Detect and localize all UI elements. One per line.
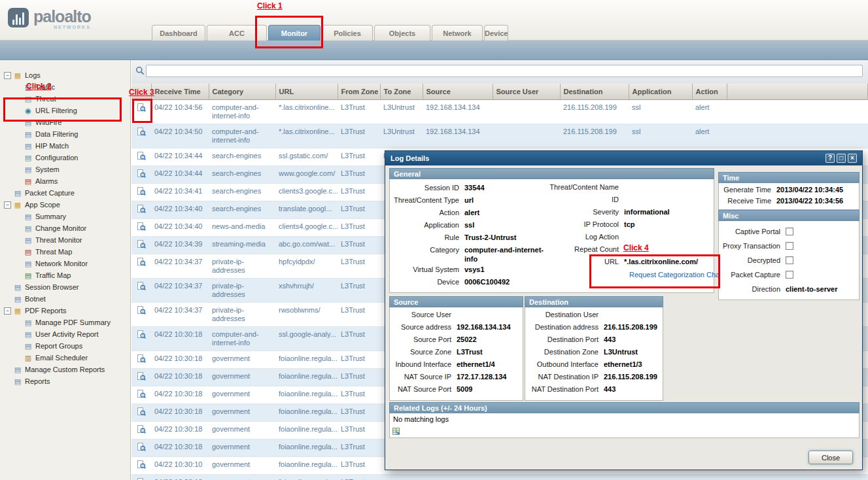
log-detail-icon[interactable] [137,330,146,341]
log-detail-cell[interactable] [131,148,151,165]
sidebar-item-traffic-map[interactable]: Traffic Map [0,269,130,281]
sidebar-item-botnet[interactable]: Botnet [0,293,130,305]
checkbox-unchecked[interactable] [786,228,793,235]
column-header[interactable]: Category [209,84,275,99]
field-value: 2013/04/22 10:34:45 [776,186,843,194]
column-header[interactable]: Action [692,84,727,99]
sidebar-item-manage-custom-reports[interactable]: Manage Custom Reports [0,364,130,375]
log-detail-cell[interactable] [131,456,151,474]
sidebar-item-logs[interactable]: Logs [0,69,130,81]
tree-expander-icon[interactable] [4,72,11,79]
log-detail-cell[interactable] [131,124,151,148]
log-detail-cell[interactable] [131,326,151,351]
tab-policies[interactable]: Policies [322,25,373,41]
log-detail-cell[interactable] [131,183,151,201]
sidebar-item-user-activity-report[interactable]: User Activity Report [0,328,130,340]
tab-dashboard[interactable]: Dashboard [152,25,205,41]
log-detail-cell[interactable] [131,278,151,302]
column-header[interactable]: Source [423,84,493,99]
column-header[interactable]: Source User [493,84,560,99]
log-detail-icon[interactable] [137,460,146,471]
log-detail-cell[interactable] [131,386,151,403]
sidebar-item-summary[interactable]: Summary [0,211,130,222]
log-detail-cell[interactable] [131,368,151,386]
log-row[interactable]: 04/22 10:30:10 government foiaonline.reg… [131,474,868,480]
log-row[interactable]: 04/22 10:34:56 computer-and-internet-inf… [131,99,868,124]
column-header[interactable]: Receive Time [151,84,209,99]
field-label: Rule [391,233,464,241]
tree-expander-icon[interactable] [4,201,11,209]
log-detail-icon[interactable] [137,240,146,250]
sidebar-item-network-monitor[interactable]: Network Monitor [0,258,130,269]
log-detail-icon[interactable] [137,205,146,215]
tab-device[interactable]: Device [484,25,508,41]
log-detail-icon[interactable] [137,306,146,317]
tree-expander-icon[interactable] [4,307,11,315]
log-detail-icon[interactable] [137,128,146,138]
sidebar-item-data-filtering[interactable]: Data Filtering [0,128,130,140]
sidebar-item-alarms[interactable]: Alarms [0,175,130,187]
sidebar-item-session-browser[interactable]: Session Browser [0,281,130,293]
log-detail-cell[interactable] [131,421,151,439]
log-detail-cell[interactable] [131,254,151,278]
log-detail-icon[interactable] [137,169,146,180]
column-header[interactable]: URL [275,84,338,99]
log-detail-cell[interactable] [131,218,151,236]
close-button[interactable]: Close [808,451,853,464]
sidebar-item-threat-monitor[interactable]: Threat Monitor [0,234,130,246]
maximize-icon[interactable] [837,154,846,163]
log-detail-icon[interactable] [137,390,146,400]
log-detail-cell[interactable] [131,165,151,183]
log-detail-icon[interactable] [137,372,146,383]
log-detail-icon[interactable] [137,152,146,162]
export-logs-icon[interactable] [392,428,400,436]
column-header[interactable]: To Zone [380,84,423,99]
sidebar-item-report-groups[interactable]: Report Groups [0,340,130,352]
log-detail-icon[interactable] [137,443,146,453]
log-detail-icon[interactable] [137,282,146,292]
log-detail-cell[interactable] [131,474,151,480]
sidebar-item-system[interactable]: System [0,163,130,175]
log-detail-icon[interactable] [137,258,146,268]
log-detail-icon[interactable] [137,407,146,418]
tab-objects[interactable]: Objects [374,25,430,41]
filter-bar [131,60,868,84]
log-detail-icon[interactable] [137,187,146,197]
log-detail-cell[interactable] [131,236,151,254]
log-detail-cell[interactable] [131,439,151,456]
sidebar-item-configuration[interactable]: Configuration [0,152,130,163]
sidebar-item-pdf-reports[interactable]: PDF Reports [0,305,130,317]
column-header[interactable] [727,84,868,99]
sidebar-item-traffic[interactable]: Traffic [0,81,130,93]
column-header[interactable]: Application [629,84,692,99]
column-header[interactable]: From Zone [338,84,380,99]
log-detail-cell[interactable] [131,302,151,326]
log-detail-cell[interactable] [131,403,151,421]
log-detail-cell[interactable] [131,351,151,368]
sidebar-item-change-monitor[interactable]: Change Monitor [0,222,130,234]
tree-item-label: Configuration [35,154,78,162]
log-filter-input[interactable] [146,65,863,77]
log-detail-icon[interactable] [137,354,146,365]
sidebar-item-reports[interactable]: Reports [0,375,130,387]
sidebar-item-app-scope[interactable]: App Scope [0,199,130,211]
sidebar-item-manage-pdf-summary[interactable]: Manage PDF Summary [0,317,130,328]
log-detail-icon[interactable] [137,425,146,436]
sidebar-item-hip-match[interactable]: HIP Match [0,140,130,152]
column-header[interactable]: Destination [560,84,629,99]
sidebar-item-email-scheduler[interactable]: Email Scheduler [0,352,130,364]
log-detail-icon[interactable] [137,222,146,233]
log-row[interactable]: 04/22 10:34:50 computer-and-internet-inf… [131,124,868,148]
log-detail-cell[interactable] [131,201,151,218]
field-value: ethernet1/4 [457,360,495,368]
tab-network[interactable]: Network [432,25,483,41]
sidebar-item-threat-map[interactable]: Threat Map [0,246,130,258]
help-icon[interactable] [825,154,835,163]
sidebar-item-packet-capture[interactable]: Packet Capture [0,187,130,199]
cell-receive-time: 04/22 10:30:18 [151,351,209,368]
close-icon[interactable] [848,154,857,163]
checkbox-unchecked[interactable] [786,271,793,279]
checkbox-unchecked[interactable] [786,242,793,250]
checkbox-unchecked[interactable] [786,256,793,264]
log-detail-icon[interactable] [137,478,146,480]
